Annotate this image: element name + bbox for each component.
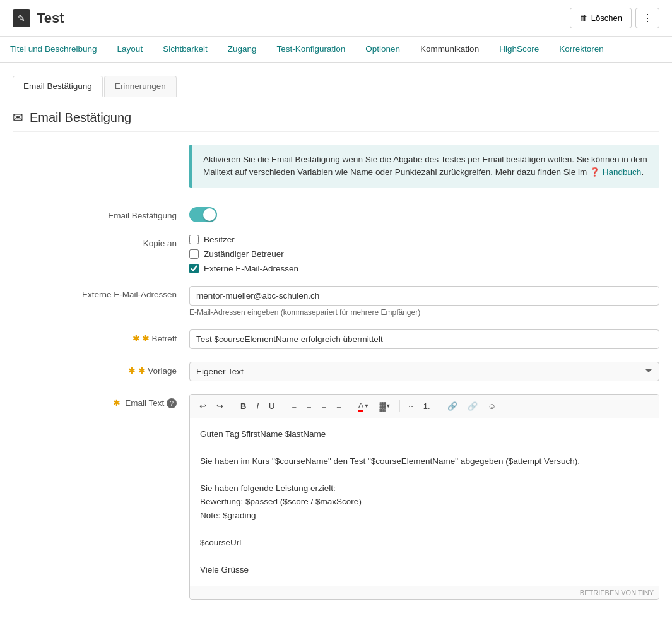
content-area: Email Bestätigung Erinnerungen ✉ Email B…: [0, 63, 672, 623]
editor-toolbar: ↩ ↪ B I U ≡ ≡ ≡ ≡ A ▼: [190, 395, 659, 418]
email-line5: Note: $grading: [200, 509, 649, 523]
sub-tabs: Email Bestätigung Erinnerungen: [13, 69, 659, 97]
help-icon[interactable]: ?: [167, 398, 177, 408]
mail-icon: ✉: [13, 110, 23, 125]
separator-2: [283, 400, 283, 412]
required-star-vorlage: ✱: [138, 366, 146, 376]
undo-button[interactable]: ↩: [195, 399, 211, 413]
emoji-button[interactable]: ☺: [483, 399, 500, 413]
checkbox-besitzer-label: Besitzer: [204, 235, 235, 244]
kopie-an-label: Kopie an: [13, 235, 189, 248]
tab-testkonfiguration[interactable]: Test-Konfiguration: [266, 37, 355, 62]
info-text: Aktivieren Sie die Email Bestätigung wen…: [203, 155, 647, 177]
editor-wrapper: ↩ ↪ B I U ≡ ≡ ≡ ≡ A ▼: [189, 394, 659, 600]
trash-icon: 🗑: [579, 13, 587, 23]
nav-tabs: Titel und Beschreibung Layout Sichtbarke…: [0, 37, 672, 63]
tab-sichtbarkeit[interactable]: Sichtbarkeit: [153, 37, 218, 62]
externe-email-field: E-Mail-Adressen eingeben (kommasepariert…: [189, 286, 659, 317]
vorlage-row: ✱Vorlage Eigener Text Standard: [13, 362, 659, 381]
required-star: ✱: [142, 334, 150, 343]
more-button[interactable]: ⋮: [635, 8, 659, 28]
header-actions: 🗑 Löschen ⋮: [570, 8, 659, 28]
save-area: Speichern: [13, 612, 659, 623]
section-title-text: Email Bestätigung: [30, 110, 131, 125]
align-left-button[interactable]: ≡: [287, 399, 301, 413]
checkbox-betreuer-input[interactable]: [189, 249, 199, 259]
tab-optionen[interactable]: Optionen: [355, 37, 410, 62]
email-line2: Sie haben im Kurs "$courseName" den Test…: [200, 454, 649, 468]
externe-email-label: Externe E-Mail-Adressen: [13, 286, 189, 299]
section-title: ✉ Email Bestätigung: [13, 110, 659, 132]
link-button[interactable]: 🔗: [443, 399, 462, 413]
info-box: Aktivieren Sie die Email Bestätigung wen…: [189, 145, 659, 188]
font-color-button[interactable]: A ▼: [354, 398, 374, 414]
checkbox-group: Besitzer Zuständiger Betreuer Externe E-…: [189, 235, 659, 273]
email-line3: Sie haben folgende Leistung erzielt:: [200, 482, 649, 495]
redo-button[interactable]: ↪: [212, 399, 228, 413]
tab-zugang[interactable]: Zugang: [218, 37, 267, 62]
subtab-email-bestaetigung[interactable]: Email Bestätigung: [13, 76, 103, 97]
page-title: Test: [37, 10, 64, 27]
vorlage-label: ✱Vorlage: [13, 362, 189, 376]
separator-4: [399, 400, 400, 412]
editor-footer: BETRIEBEN VON TINY: [190, 586, 659, 599]
vorlage-field: Eigener Text Standard: [189, 362, 659, 381]
checkbox-betreuer[interactable]: Zuständiger Betreuer: [189, 249, 659, 259]
subtab-erinnerungen[interactable]: Erinnerungen: [104, 76, 177, 97]
checkbox-externe[interactable]: Externe E-Mail-Adressen: [189, 264, 659, 273]
unlink-button[interactable]: 🔗: [463, 399, 482, 413]
vorlage-select[interactable]: Eigener Text Standard: [189, 362, 659, 381]
checkbox-betreuer-label: Zuständiger Betreuer: [204, 249, 284, 259]
betreff-row: ✱Betreff: [13, 329, 659, 349]
align-center-button[interactable]: ≡: [302, 399, 316, 413]
delete-button[interactable]: 🗑 Löschen: [570, 8, 632, 28]
separator-5: [439, 400, 439, 412]
tab-korrektoren[interactable]: Korrektoren: [549, 37, 614, 62]
separator-1: [232, 400, 232, 412]
email-text-label: ✱ Email Text ?: [13, 394, 189, 408]
email-line7: Viele Grüsse: [200, 563, 649, 577]
dropdown-arrow-highlight: ▼: [386, 403, 391, 409]
highlight-button[interactable]: ▓ ▼: [375, 399, 395, 413]
delete-label: Löschen: [591, 13, 622, 23]
bullet-list-button[interactable]: ⋅⋅: [404, 399, 418, 413]
dropdown-arrow-fontcolor: ▼: [363, 403, 369, 409]
externe-email-input[interactable]: [189, 286, 659, 306]
editor-content[interactable]: Guten Tag $firstName $lastName Sie haben…: [190, 418, 659, 586]
email-bestaetigung-row: Email Bestätigung: [13, 207, 659, 222]
email-line1: Guten Tag $firstName $lastName: [200, 427, 649, 441]
email-text-row: ✱ Email Text ? ↩ ↪ B I U ≡ ≡ ≡ ≡: [13, 394, 659, 600]
tab-titel[interactable]: Titel und Beschreibung: [0, 37, 107, 62]
email-line6: $courseUrl: [200, 536, 649, 550]
numbered-list-button[interactable]: 1.: [419, 399, 435, 413]
underline-button[interactable]: U: [264, 399, 279, 413]
tab-kommunikation[interactable]: Kommunikation: [410, 37, 489, 62]
page-icon: ✎: [13, 9, 30, 27]
externe-email-row: Externe E-Mail-Adressen E-Mail-Adressen …: [13, 286, 659, 317]
email-line4: Bewertung: $passed ($score / $maxScore): [200, 495, 649, 509]
email-bestaetigung-label: Email Bestätigung: [13, 207, 189, 220]
bold-button[interactable]: B: [236, 399, 251, 413]
betreff-field: [189, 329, 659, 349]
betreff-input[interactable]: [189, 329, 659, 349]
email-bestaetigung-toggle[interactable]: [189, 207, 217, 222]
betreff-label: ✱Betreff: [13, 329, 189, 343]
italic-button[interactable]: I: [252, 399, 263, 413]
checkbox-externe-input[interactable]: [189, 264, 199, 273]
align-right-button[interactable]: ≡: [317, 399, 331, 413]
separator-3: [350, 400, 350, 412]
align-justify-button[interactable]: ≡: [332, 399, 346, 413]
kopie-an-row: Kopie an Besitzer Zuständiger Betreuer E…: [13, 235, 659, 273]
checkbox-externe-label: Externe E-Mail-Adressen: [204, 264, 298, 273]
title-area: ✎ Test: [13, 9, 64, 27]
tab-layout[interactable]: Layout: [107, 37, 153, 62]
externe-email-hint: E-Mail-Adressen eingeben (kommasepariert…: [189, 308, 659, 317]
email-bestaetigung-field: [189, 207, 659, 222]
kopie-an-field: Besitzer Zuständiger Betreuer Externe E-…: [189, 235, 659, 273]
handbuch-link[interactable]: ❓ Handbuch: [589, 167, 641, 177]
page-header: ✎ Test 🗑 Löschen ⋮: [0, 0, 672, 37]
tab-highscore[interactable]: HighScore: [489, 37, 549, 62]
checkbox-besitzer-input[interactable]: [189, 235, 199, 244]
email-text-field: ↩ ↪ B I U ≡ ≡ ≡ ≡ A ▼: [189, 394, 659, 600]
checkbox-besitzer[interactable]: Besitzer: [189, 235, 659, 244]
